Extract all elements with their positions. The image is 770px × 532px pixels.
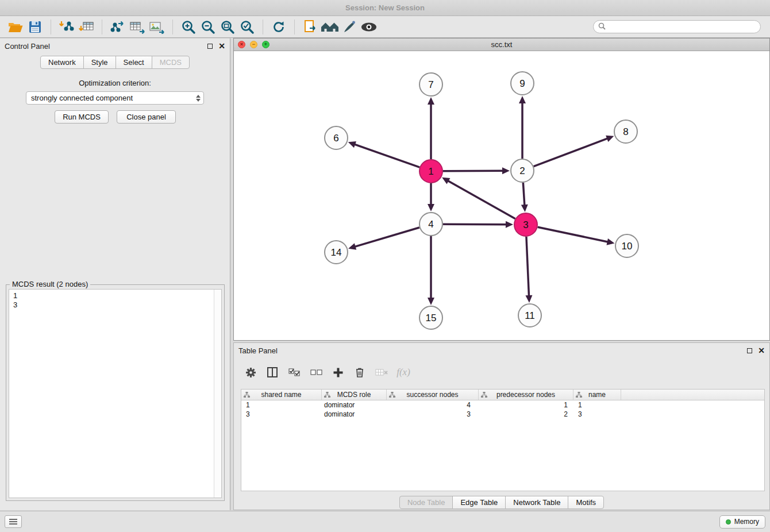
cell-predecessor-nodes[interactable]: 1 [479, 400, 573, 410]
tab-mcds[interactable]: MCDS [152, 56, 190, 69]
column-header-successor-nodes[interactable]: successor nodes [387, 390, 479, 400]
toolbar-separator [294, 20, 295, 34]
cell-shared-name[interactable]: 3 [241, 410, 322, 419]
show-columns-icon[interactable] [263, 364, 282, 381]
cell-name[interactable]: 3 [573, 410, 621, 419]
memory-button[interactable]: Memory [719, 515, 765, 529]
mcds-result-line: 1 [9, 290, 221, 300]
export-image-icon[interactable] [147, 18, 167, 36]
column-header-name[interactable]: name [573, 390, 621, 400]
gear-icon[interactable] [241, 364, 260, 381]
apply-layout-icon[interactable] [269, 18, 288, 36]
search-field[interactable] [593, 20, 761, 33]
delete-column-icon [372, 364, 391, 381]
table-panel-tabs: Node Table Edge Table Network Table Moti… [234, 496, 769, 509]
table-panel-header: Table Panel ✕ [234, 343, 769, 358]
graph-edge-arrow [348, 243, 356, 250]
tab-network[interactable]: Network [40, 56, 84, 69]
home-icon[interactable] [320, 18, 340, 36]
eye-icon[interactable] [359, 18, 379, 36]
cell-successor-nodes[interactable]: 3 [387, 410, 479, 419]
style-brush-icon[interactable] [340, 18, 359, 36]
zoom-selected-icon[interactable] [237, 18, 257, 36]
cell-shared-name[interactable]: 1 [241, 400, 322, 410]
zoom-in-icon[interactable] [179, 18, 198, 36]
save-icon[interactable] [25, 18, 45, 36]
select-all-icon[interactable] [284, 364, 304, 381]
close-panel-icon[interactable]: ✕ [218, 42, 225, 50]
export-network-icon[interactable] [108, 18, 128, 36]
graph-node-label: 7 [428, 79, 433, 90]
search-icon [598, 22, 606, 32]
network-canvas[interactable]: 7968124310141511 [234, 51, 769, 340]
deselect-all-icon[interactable] [306, 364, 326, 381]
table-row[interactable]: 3 dominator 3 2 3 [241, 410, 764, 419]
graph-node-label: 6 [333, 133, 338, 144]
close-panel-button[interactable]: Close panel [117, 110, 176, 124]
graph-edge-2-8[interactable] [534, 138, 608, 167]
tab-network-table[interactable]: Network Table [505, 496, 568, 509]
table-header-row: shared name MCDS role successor nodes pr… [241, 390, 764, 400]
graph-edge-arrow [428, 204, 434, 211]
close-window-icon[interactable]: × [238, 41, 245, 48]
table-panel-title: Table Panel [238, 346, 278, 355]
optimization-criterion-label: Optimization criterion: [0, 79, 230, 87]
graph-node-label: 14 [331, 247, 342, 258]
minimize-window-icon[interactable]: − [250, 41, 257, 48]
close-panel-icon[interactable]: ✕ [758, 346, 765, 354]
zoom-out-icon[interactable] [198, 18, 218, 36]
cell-mcds-role[interactable]: dominator [322, 400, 387, 410]
search-input[interactable] [609, 23, 760, 31]
zoom-fit-icon[interactable] [218, 18, 237, 36]
graph-edge-4-14[interactable] [355, 228, 419, 247]
cell-name[interactable]: 1 [573, 400, 621, 410]
graph-edge-4-3[interactable] [443, 224, 507, 225]
column-header-shared-name[interactable]: shared name [241, 390, 322, 400]
column-type-icon [576, 392, 582, 400]
graph-edge-3-10[interactable] [538, 227, 609, 242]
graph-node-label: 3 [523, 219, 528, 230]
network-window-titlebar[interactable]: × − + scc.txt [234, 38, 769, 51]
tab-node-table[interactable]: Node Table [399, 496, 453, 509]
cell-mcds-role[interactable]: dominator [322, 410, 387, 419]
mcds-result-title: MCDS result (2 nodes) [10, 280, 90, 288]
graph-edge-1-2[interactable] [443, 171, 503, 171]
network-window-title: scc.txt [491, 40, 513, 49]
graph-node-label: 2 [519, 165, 525, 176]
tab-select[interactable]: Select [116, 56, 152, 69]
tab-motifs[interactable]: Motifs [568, 496, 604, 509]
graph-edge-3-11[interactable] [526, 237, 529, 296]
task-history-button[interactable] [5, 515, 22, 528]
open-folder-icon[interactable] [6, 18, 25, 36]
export-page-icon[interactable] [301, 18, 320, 36]
network-canvas-svg: 7968124310141511 [234, 51, 769, 340]
tab-edge-table[interactable]: Edge Table [452, 496, 506, 509]
table-row[interactable]: 1 dominator 4 1 1 [241, 400, 764, 410]
maximize-window-icon[interactable]: + [262, 41, 270, 48]
import-table-icon[interactable] [76, 18, 96, 36]
run-mcds-button[interactable]: Run MCDS [55, 110, 109, 124]
delete-row-icon[interactable] [350, 364, 369, 381]
cell-filler [621, 410, 764, 419]
mcds-result-box[interactable]: 1 3 [9, 289, 222, 498]
float-panel-icon[interactable] [747, 348, 752, 353]
graph-node-label: 4 [428, 219, 433, 230]
cell-successor-nodes[interactable]: 4 [387, 400, 479, 410]
tab-style[interactable]: Style [83, 56, 116, 69]
result-scrollbar[interactable] [214, 290, 221, 498]
memory-status-icon [726, 519, 731, 525]
column-header-mcds-role[interactable]: MCDS role [322, 390, 387, 400]
graph-edge-1-6[interactable] [354, 144, 419, 167]
column-header-predecessor-nodes[interactable]: predecessor nodes [479, 390, 573, 400]
graph-edge-2-3[interactable] [523, 183, 525, 206]
export-table-icon[interactable] [128, 18, 147, 36]
column-type-icon [244, 392, 250, 400]
import-network-icon[interactable] [57, 18, 76, 36]
add-row-icon[interactable] [328, 364, 348, 381]
criterion-dropdown[interactable]: strongly connected component [26, 91, 204, 105]
float-panel-icon[interactable] [207, 44, 213, 49]
graph-edge-3-1[interactable] [448, 180, 515, 218]
control-panel-title: Control Panel [5, 42, 50, 51]
cell-predecessor-nodes[interactable]: 2 [479, 410, 573, 419]
control-panel-header: Control Panel ✕ [0, 38, 230, 53]
